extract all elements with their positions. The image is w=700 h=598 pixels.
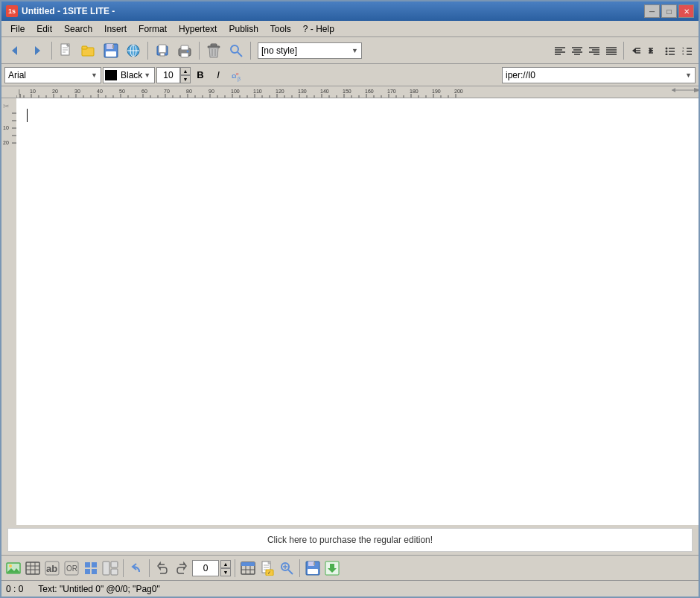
svg-rect-202 [308,569,318,574]
or-button[interactable]: OR [63,559,80,577]
browse-button[interactable] [123,40,144,61]
svg-text:ab: ab [46,563,57,574]
svg-rect-11 [106,51,116,57]
style-dropdown-value: [no style] [261,45,297,56]
svg-text:90: 90 [209,89,214,94]
open-button[interactable] [78,40,99,61]
color-dropdown[interactable]: Black ▼ [103,67,155,83]
svg-rect-18 [159,45,166,53]
italic-button[interactable]: I [210,67,226,83]
sep-bot1 [123,559,124,577]
svg-text:20: 20 [3,140,9,145]
svg-marker-46 [632,48,636,54]
font-size-down[interactable]: ▼ [180,75,191,83]
svg-text:|: | [19,89,20,95]
doc-button[interactable]: ✓ [258,559,276,577]
table-button[interactable] [24,559,42,577]
new-button[interactable] [56,40,77,61]
svg-rect-180 [103,562,109,575]
url-arrow: ▼ [685,71,692,79]
minimize-button[interactable]: ─ [644,4,660,18]
svg-rect-19 [160,53,165,56]
search-in-doc-button[interactable] [278,559,296,577]
align-center-button[interactable] [569,42,585,59]
bottom-toolbar: ab OR [1,555,699,580]
editor-content[interactable] [16,98,699,525]
save-button[interactable] [101,40,121,61]
color-arrow: ▼ [144,71,150,79]
align-left-button[interactable] [552,42,568,59]
svg-text:80: 80 [186,89,192,94]
back-button[interactable] [4,40,25,61]
delete-button[interactable] [203,40,224,61]
font-size-up[interactable]: ▲ [180,67,191,75]
bold-button[interactable]: B [192,67,209,83]
cursor-position: 0 : 0 [6,584,23,594]
purchase-bar[interactable]: Click here to purchase the regular editi… [7,528,693,552]
menu-hypertext[interactable]: Hypertext [173,22,223,36]
indent-left-button[interactable] [628,42,644,59]
svg-text:30: 30 [74,89,80,94]
font-size-input[interactable] [156,67,180,83]
print-button[interactable] [174,40,195,61]
font-size-control: ▲ ▼ [156,67,191,83]
export-button[interactable] [323,559,341,577]
color-swatch [105,70,117,80]
align-justify-button[interactable] [603,42,620,59]
align-group [552,42,620,59]
unordered-list-button[interactable] [662,42,678,59]
svg-line-29 [238,52,242,57]
svg-text:180: 180 [410,89,419,94]
text-button[interactable]: ab [43,559,61,577]
ordered-list-button[interactable]: 1.2.3. [679,42,696,59]
ruler-svg: // Inline JS won't run in SVG, use stati… [16,86,699,98]
layout-button[interactable] [101,559,119,577]
svg-marker-1 [35,46,40,55]
close-button[interactable]: ✕ [678,4,694,18]
menu-format[interactable]: Format [133,22,173,36]
counter-down[interactable]: ▼ [220,568,231,576]
sep4 [250,42,251,60]
svg-rect-201 [308,562,314,566]
menu-publish[interactable]: Publish [223,22,264,36]
sep1 [51,42,52,60]
svg-text:OR: OR [66,564,77,573]
svg-rect-22 [181,53,188,57]
undo-button[interactable] [153,559,171,577]
indent-right-button[interactable] [645,42,661,59]
svg-point-54 [666,47,668,49]
grid-button[interactable] [82,559,100,577]
image-button[interactable] [4,559,22,577]
redo-button[interactable] [173,559,191,577]
svg-point-56 [666,53,668,55]
find-button[interactable] [226,40,246,61]
forward-button[interactable] [27,40,48,61]
style-dropdown[interactable]: [no style] ▼ [258,42,362,59]
menu-file[interactable]: File [4,22,31,36]
undo-counter[interactable] [192,560,219,576]
menu-search[interactable]: Search [58,22,98,36]
svg-point-165 [9,564,12,567]
table2-button[interactable] [239,559,257,577]
font-name-dropdown[interactable]: Arial ▼ [4,67,101,83]
url-dropdown[interactable]: iper://I0 ▼ [502,67,696,83]
purchase-text: Click here to purchase the regular editi… [267,535,433,545]
main-window: 1s Untitled - 1SITE LITE - ─ □ ✕ File Ed… [0,0,700,598]
svg-rect-181 [111,562,118,567]
special-chars-button[interactable]: Ω α β [228,67,246,83]
maximize-button[interactable]: □ [661,4,677,18]
save2-button[interactable] [304,559,322,577]
print-preview-button[interactable] [152,40,173,61]
menu-edit[interactable]: Edit [31,22,58,36]
align-right-button[interactable] [586,42,602,59]
menu-help[interactable]: ? - Help [297,22,340,36]
menu-tools[interactable]: Tools [264,22,297,36]
sep5 [623,42,624,60]
counter-up[interactable]: ▲ [220,560,231,568]
undo-insert-button[interactable] [127,559,145,577]
menu-insert[interactable]: Insert [98,22,133,36]
svg-rect-182 [111,569,118,575]
svg-text:✂: ✂ [3,102,9,110]
left-ruler-svg: ✂ 10 20 [1,98,16,525]
svg-text:190: 190 [432,89,441,94]
